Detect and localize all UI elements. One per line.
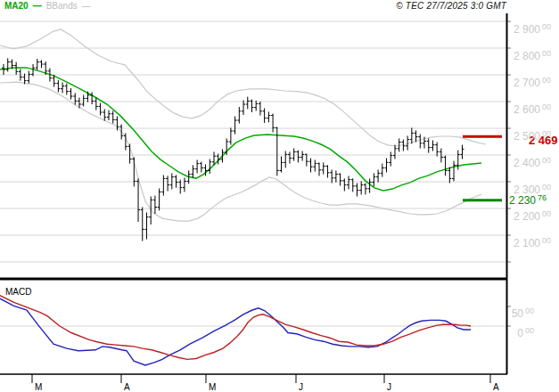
ohlc-bar (56, 80, 60, 93)
price-and-macd-chart: MACD 2 4693 2 23076 2 900002 800002 7000… (0, 0, 559, 392)
ohlc-bar (220, 149, 224, 162)
ohlc-bar (141, 208, 144, 241)
ohlc-bar (372, 173, 375, 186)
ma20-curve (0, 68, 481, 191)
ohlc-bar (166, 176, 169, 191)
ohlc-bar (95, 98, 98, 110)
ohlc-bar (271, 114, 275, 133)
ohlc-bar (246, 97, 250, 110)
ohlc-bar (300, 151, 304, 161)
axis-labels: MACD 2 4693 2 23076 2 900002 800002 7000… (5, 22, 559, 392)
ohlc-bar (435, 143, 439, 157)
month-label: M (209, 382, 216, 392)
ohlc-bar (376, 170, 380, 183)
ohlc-bar (418, 135, 422, 149)
bbands-legend-dash: — (82, 1, 91, 11)
ohlc-bar (296, 151, 300, 163)
month-label: J (387, 382, 391, 392)
ohlc-bar (234, 117, 237, 135)
ohlc-bar (263, 109, 267, 124)
ohlc-bar (339, 173, 342, 185)
ohlc-bar (381, 164, 384, 177)
ohlc-bar (191, 165, 194, 177)
ohlc-bar (347, 176, 350, 189)
ohlc-bar (14, 62, 18, 75)
ohlc-bar (284, 151, 287, 168)
indicator-legend: MA20— BBands— (4, 1, 91, 11)
ohlc-bar (313, 159, 316, 171)
ohlc-bar (107, 110, 111, 120)
ohlc-bars (2, 58, 464, 241)
ohlc-bar (195, 159, 199, 173)
ohlc-bar (364, 184, 367, 195)
ohlc-bar (280, 157, 284, 173)
ohlc-bar (6, 58, 10, 71)
ohlc-bar (317, 162, 321, 176)
ohlc-bar (39, 61, 43, 69)
month-label: M (35, 382, 42, 392)
ohlc-bar (452, 161, 456, 182)
ohlc-bar (229, 127, 233, 144)
macd-panel (0, 296, 506, 365)
ohlc-bar (431, 141, 434, 151)
price-tick-label: 2 40000 (514, 156, 551, 169)
ohlc-bar (99, 103, 103, 116)
ohlc-bar (325, 165, 329, 177)
price-tick-label: 2 70000 (514, 76, 551, 89)
ohlc-bar (208, 159, 211, 175)
month-label: A (124, 382, 130, 392)
ohlc-bar (355, 184, 358, 197)
macd-panel-label: MACD (5, 287, 31, 297)
ohlc-bar (36, 59, 39, 70)
ohlc-bar (305, 154, 308, 167)
macd-tick-label: 000 (517, 326, 534, 339)
ohlc-bar (242, 101, 245, 116)
ma20-legend-dash: — (33, 1, 42, 11)
ohlc-bar (153, 196, 157, 214)
ohlc-bar (351, 178, 355, 192)
bollinger-lower-band (0, 82, 481, 221)
ohlc-bar (254, 101, 258, 111)
ohlc-bar (259, 102, 262, 116)
bollinger-bands (0, 29, 486, 221)
macd-tick-label: 5000 (512, 306, 534, 320)
price-tick-label: 2 80000 (514, 49, 551, 62)
ohlc-bar (65, 84, 69, 95)
support-resistance-lines (463, 136, 502, 200)
ohlc-bar (342, 178, 346, 191)
ohlc-bar (183, 178, 186, 192)
ma20-line (0, 68, 481, 191)
ohlc-bar (267, 111, 270, 122)
ohlc-bar (27, 71, 30, 84)
axes-and-borders (0, 13, 511, 383)
ohlc-bar (73, 93, 77, 104)
month-label: A (493, 382, 499, 392)
bbands-legend-label: BBands (46, 1, 78, 11)
ohlc-bar (82, 95, 86, 107)
ohlc-bar (385, 159, 389, 173)
ohlc-bar (225, 138, 228, 155)
copyright-text: © TEC 27/7/2025 3:0 GMT (396, 1, 506, 11)
ohlc-bar (359, 181, 363, 194)
ma20-legend-label: MA20 (4, 1, 29, 11)
price-tick-label: 2 20000 (514, 209, 551, 223)
ohlc-bar (237, 107, 241, 124)
ohlc-bar (161, 176, 165, 196)
ohlc-bar (70, 88, 73, 100)
ohlc-bar (200, 162, 203, 173)
ohlc-bar (322, 162, 325, 174)
ohlc-bar (170, 173, 174, 189)
ohlc-bar (448, 167, 451, 184)
ohlc-bar (111, 111, 115, 124)
stock-chart: MA20— BBands— © TEC 27/7/2025 3:0 GMT MA… (0, 0, 559, 392)
price-tick-label: 2 60000 (514, 102, 551, 116)
ohlc-bar (330, 170, 333, 184)
ohlc-bar (389, 151, 392, 166)
ohlc-bar (393, 145, 397, 159)
month-label: J (299, 382, 303, 392)
price-tick-label: 2 90000 (514, 22, 551, 36)
ohlc-bar (288, 151, 292, 163)
ohlc-bar (427, 138, 431, 152)
ohlc-bar (410, 127, 414, 143)
ohlc-bar (334, 170, 338, 182)
